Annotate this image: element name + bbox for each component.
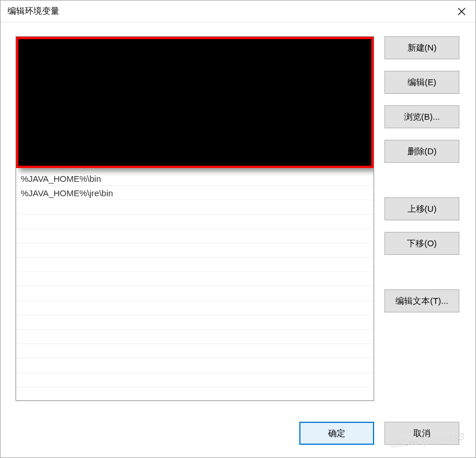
window-title: 编辑环境变量 (7, 6, 59, 17)
dialog-window: 编辑环境变量 %JAVA_HOME%\bin %JAVA_HOME%\jre\b… (0, 0, 476, 458)
close-icon (458, 7, 466, 16)
list-item-empty (16, 258, 374, 272)
close-button[interactable] (448, 1, 475, 22)
titlebar: 编辑环境变量 (1, 1, 475, 22)
ok-button[interactable]: 确定 (299, 422, 374, 445)
delete-button[interactable]: 删除(D) (384, 140, 459, 163)
spacer (384, 266, 464, 289)
list-item-empty (16, 344, 374, 358)
browse-button[interactable]: 浏览(B)... (384, 105, 459, 128)
list-item-empty (16, 287, 374, 301)
list-item-empty (16, 358, 374, 373)
new-button[interactable]: 新建(N) (384, 36, 459, 59)
list-item-empty (16, 373, 374, 387)
list-item-empty (16, 272, 374, 287)
list-item-empty (16, 301, 374, 315)
button-column: 新建(N) 编辑(E) 浏览(B)... 删除(D) 上移(U) 下移(O) 编… (384, 36, 464, 410)
list-item-empty (16, 229, 374, 243)
list-item-empty (16, 215, 374, 229)
list-item[interactable]: %JAVA_HOME%\bin (16, 171, 374, 186)
move-down-button[interactable]: 下移(O) (384, 232, 459, 255)
list-item-empty (16, 315, 374, 330)
list-item-empty (16, 200, 374, 215)
content-area: %JAVA_HOME%\bin %JAVA_HOME%\jre\bin 新建(N… (1, 22, 475, 416)
list-item-empty (16, 387, 374, 401)
path-list[interactable]: %JAVA_HOME%\bin %JAVA_HOME%\jre\bin (16, 36, 374, 401)
edit-text-button[interactable]: 编辑文本(T)... (384, 289, 459, 312)
list-item-empty (16, 243, 374, 258)
move-up-button[interactable]: 上移(U) (384, 197, 459, 220)
list-item[interactable]: %JAVA_HOME%\jre\bin (16, 186, 374, 200)
cancel-button[interactable]: 取消 (384, 422, 459, 445)
spacer (384, 174, 464, 197)
footer: 确定 取消 (1, 416, 475, 457)
edit-button[interactable]: 编辑(E) (384, 71, 459, 94)
redacted-region (16, 37, 374, 168)
list-item-empty (16, 330, 374, 344)
list-items-container: %JAVA_HOME%\bin %JAVA_HOME%\jre\bin (16, 171, 374, 400)
